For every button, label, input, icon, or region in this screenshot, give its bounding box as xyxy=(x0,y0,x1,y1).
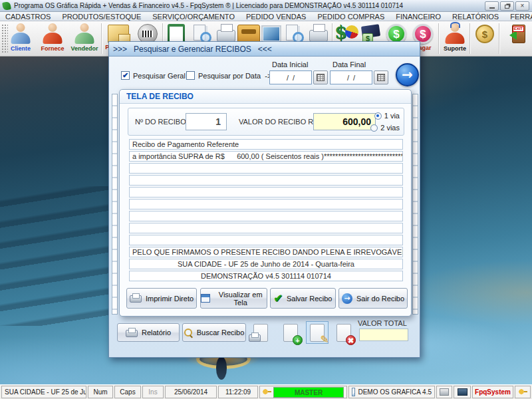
search-go-button[interactable]: → xyxy=(396,63,419,86)
receipt-line[interactable] xyxy=(129,211,403,221)
valor-total-label: VALOR TOTAL xyxy=(358,319,407,327)
receipt-line[interactable]: Recibo de Pagamento Referente xyxy=(129,139,403,150)
valor-recibo-input[interactable] xyxy=(313,113,376,130)
menu-financeiro[interactable]: FINANCEIRO xyxy=(396,13,441,21)
radio-selected-icon[interactable] xyxy=(374,112,382,120)
toolbar-arquivo-button[interactable] xyxy=(237,23,261,43)
toolbar-vendedor-button[interactable]: Vendedor xyxy=(69,23,100,52)
buscar-recibo-button[interactable]: Buscar Recibo xyxy=(182,323,246,342)
edit-document-icon: ✎ xyxy=(310,324,325,342)
restore-icon xyxy=(505,5,509,9)
data-final-input[interactable] xyxy=(330,70,372,84)
data-inicial-calendar-button[interactable] xyxy=(313,70,328,84)
excluir-recibo-button[interactable]: ✖ xyxy=(332,321,355,344)
close-button[interactable]: × xyxy=(515,1,529,11)
add-document-icon: + xyxy=(283,324,298,342)
toolbar-sair-button[interactable]: EXIT xyxy=(503,23,528,45)
key-icon xyxy=(263,388,271,396)
monitor-icon xyxy=(261,25,281,43)
receipt-city-date-line[interactable]: SUA CIDADE - UF 25 de Junho de 2014 - Qu… xyxy=(129,259,403,269)
receipt-line[interactable] xyxy=(129,199,403,209)
menu-relatorios[interactable]: RELATÓRIOS xyxy=(452,13,499,21)
dialog-titlebar[interactable]: >>> Pesquisar e Gerenciar RECIBOS <<< xyxy=(109,42,420,57)
minimize-icon xyxy=(489,7,495,9)
receipt-line[interactable] xyxy=(129,235,403,245)
close-icon: × xyxy=(521,3,525,9)
valor-total-field[interactable] xyxy=(359,329,408,341)
window-title: Programa OS Gráfica Rápida + Vendas & Fi… xyxy=(14,2,485,9)
receipt-line[interactable] xyxy=(129,163,403,174)
status-location: SUA CIDADE - UF 25 de Junho de 2014 - Qu… xyxy=(1,386,86,398)
status-brand: FpqSystem xyxy=(472,386,513,398)
exit-arrow-icon xyxy=(505,31,517,40)
visualizar-label: Visualizar em Tela xyxy=(214,291,267,307)
background-list-rows xyxy=(412,94,418,315)
checkbox-checked[interactable]: ✔ xyxy=(121,71,130,80)
sair-label: Sair do Recibo xyxy=(356,295,404,303)
menu-servico-orcamento[interactable]: SERVIÇO/ORÇAMENTO xyxy=(152,13,235,21)
data-inicial-input[interactable] xyxy=(269,70,312,84)
via-2-label: 2 vias xyxy=(380,124,400,132)
receipt-line[interactable] xyxy=(129,175,403,186)
status-monitor-button[interactable] xyxy=(454,386,471,398)
status-date: 25/06/2014 xyxy=(165,386,217,398)
toolbar-fornecedor-button[interactable]: Fornece xyxy=(37,23,68,52)
via-2-radio[interactable]: 2 vias xyxy=(370,124,400,132)
minimize-button[interactable] xyxy=(485,1,499,11)
receipt-header-panel: Nº DO RECIBO VALOR DO RECIBO R$ 1 via 2 … xyxy=(128,108,404,136)
printer-icon xyxy=(126,328,138,338)
status-user: MASTER xyxy=(273,387,344,398)
data-inicial-label: Data Inicial xyxy=(272,61,308,68)
salvar-label: Salvar Recibo xyxy=(287,295,332,303)
relatorio-button[interactable]: Relatório xyxy=(117,323,180,342)
receipt-demo-line[interactable]: DEMONSTRAÇÃO v4.5 301114 010714 xyxy=(129,271,403,281)
menu-ferramentas[interactable]: FERRAMENTAS xyxy=(510,13,532,21)
calendar-icon xyxy=(377,74,385,81)
numero-recibo-label: Nº DO RECIBO xyxy=(135,118,186,126)
pesquisar-geral-checkbox[interactable]: ✔ Pesquisar Geral xyxy=(121,71,186,80)
relatorio-label: Relatório xyxy=(142,329,171,336)
pesquisar-por-data-checkbox[interactable]: Pesquisar por Data -> xyxy=(186,71,271,80)
numero-recibo-input[interactable] xyxy=(186,113,227,130)
editar-recibo-button[interactable]: ✎ xyxy=(306,321,329,344)
recibos-dialog: >>> Pesquisar e Gerenciar RECIBOS <<< ✔ … xyxy=(108,41,420,358)
background-list-rows xyxy=(112,94,118,315)
checkbox-unchecked[interactable] xyxy=(186,71,195,80)
menu-cadastros[interactable]: CADASTROS xyxy=(5,13,51,21)
delete-document-icon: ✖ xyxy=(336,324,351,342)
receipt-text-rows: Recibo de Pagamento Referente a importân… xyxy=(129,139,403,283)
toolbar-vendedor-label: Vendedor xyxy=(69,45,100,52)
novo-recibo-button[interactable]: + xyxy=(279,321,302,344)
drawer-icon xyxy=(237,25,260,43)
toolbar-moeda-button[interactable]: $ xyxy=(473,23,497,43)
plus-icon: + xyxy=(293,335,303,345)
boxes-icon xyxy=(108,25,129,43)
via-1-radio[interactable]: 1 via xyxy=(374,112,400,120)
receipt-line[interactable]: PELO QUE FIRMAMOS O PRESENTE RECIBO DAND… xyxy=(129,247,403,257)
restore-button[interactable] xyxy=(500,1,514,11)
arrow-right-icon: → xyxy=(402,66,413,82)
toolbar-pedido-vendas-button[interactable] xyxy=(261,23,282,43)
status-key-button[interactable] xyxy=(515,386,531,398)
check-icon: ✔ xyxy=(274,293,283,304)
receipt-line[interactable] xyxy=(129,223,403,233)
receipt-line[interactable]: a importância SUPRA de R$ 600,00 ( Seisc… xyxy=(129,151,403,162)
menu-pedido-vendas[interactable]: PEDIDO VENDAS xyxy=(246,13,306,21)
client-person-icon xyxy=(10,23,31,45)
imprimir-direto-button[interactable]: Imprimir Direto xyxy=(126,288,197,309)
toolbar-fornecedor-label: Fornece xyxy=(37,45,68,52)
receipt-line[interactable] xyxy=(129,187,403,198)
data-final-calendar-button[interactable] xyxy=(374,70,388,84)
toolbar-cliente-button[interactable]: Cliente xyxy=(5,23,36,52)
sair-do-recibo-button[interactable]: → Sair do Recibo xyxy=(338,288,408,309)
imprimir-lista-button[interactable] xyxy=(249,321,272,344)
menu-pedido-compras[interactable]: PEDIDO COMPRAS xyxy=(317,13,384,21)
toolbar-suporte-button[interactable]: Suporte xyxy=(441,23,469,52)
radio-unselected-icon[interactable] xyxy=(370,124,378,132)
salvar-recibo-button[interactable]: ✔ Salvar Recibo xyxy=(270,288,336,309)
printer-icon xyxy=(249,332,261,342)
menu-produtos-estoque[interactable]: PRODUTOS/ESTOQUE xyxy=(62,13,141,21)
visualizar-em-tela-button[interactable]: Visualizar em Tela xyxy=(200,288,267,309)
status-printer-button[interactable] xyxy=(436,386,452,398)
toolbar-separator xyxy=(101,23,102,54)
